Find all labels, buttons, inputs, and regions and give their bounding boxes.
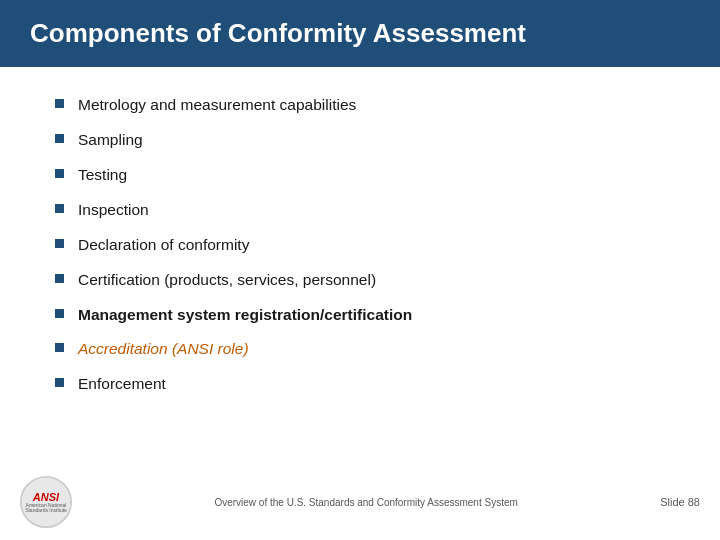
bullet-text: Metrology and measurement capabilities (78, 95, 356, 116)
list-item: Metrology and measurement capabilities (55, 95, 690, 116)
slide-title: Components of Conformity Assessment (30, 18, 526, 48)
bullet-text: Inspection (78, 200, 149, 221)
ansi-circle-inner: ANSI American NationalStandards Institut… (22, 478, 70, 526)
list-item: Declaration of conformity (55, 235, 690, 256)
ansi-logo: ANSI American NationalStandards Institut… (20, 476, 72, 528)
bullet-list: Metrology and measurement capabilitiesSa… (55, 95, 690, 395)
list-item: Testing (55, 165, 690, 186)
title-bar: Components of Conformity Assessment (0, 0, 720, 67)
footer-center-text: Overview of the U.S. Standards and Confo… (214, 497, 517, 508)
list-item: Management system registration/certifica… (55, 305, 690, 326)
slide-number: Slide 88 (660, 496, 700, 508)
bullet-icon (55, 239, 64, 248)
bullet-text: Enforcement (78, 374, 166, 395)
list-item: Accreditation (ANSI role) (55, 339, 690, 360)
bullet-icon (55, 274, 64, 283)
bullet-icon (55, 99, 64, 108)
ansi-logo-text: ANSI (33, 492, 59, 503)
slide: Components of Conformity Assessment Metr… (0, 0, 720, 540)
list-item: Enforcement (55, 374, 690, 395)
list-item: Inspection (55, 200, 690, 221)
bullet-icon (55, 378, 64, 387)
bullet-icon (55, 343, 64, 352)
content-area: Metrology and measurement capabilitiesSa… (0, 95, 720, 395)
bullet-icon (55, 134, 64, 143)
bullet-text: Certification (products, services, perso… (78, 270, 376, 291)
list-item: Sampling (55, 130, 690, 151)
bullet-text: Accreditation (ANSI role) (78, 339, 249, 360)
bullet-text: Declaration of conformity (78, 235, 249, 256)
bullet-icon (55, 169, 64, 178)
bullet-icon (55, 309, 64, 318)
ansi-circle: ANSI American NationalStandards Institut… (20, 476, 72, 528)
bullet-text: Management system registration/certifica… (78, 305, 412, 326)
bullet-icon (55, 204, 64, 213)
ansi-logo-subtext: American NationalStandards Institute (25, 503, 67, 513)
footer: ANSI American NationalStandards Institut… (0, 476, 720, 528)
bullet-text: Sampling (78, 130, 143, 151)
list-item: Certification (products, services, perso… (55, 270, 690, 291)
bullet-text: Testing (78, 165, 127, 186)
